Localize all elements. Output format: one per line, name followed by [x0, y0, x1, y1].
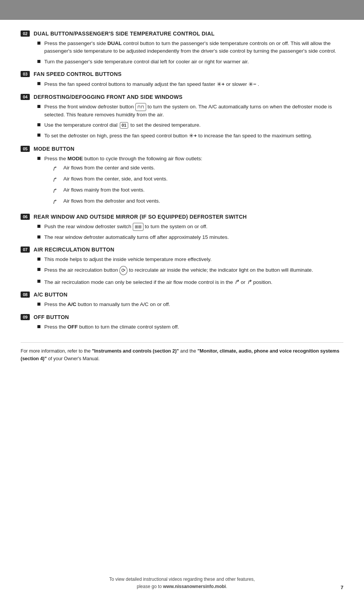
bullet-item: Press the passenger's side DUAL control …	[37, 40, 343, 55]
bullet-square	[37, 157, 40, 160]
section-09-header: 09 OFF BUTTON	[21, 314, 343, 320]
bullet-square	[37, 105, 40, 108]
bullet-square	[37, 235, 40, 238]
content: 02 DUAL BUTTON/PASSENGER'S SIDE TEMPERAT…	[0, 20, 364, 393]
top-bar	[0, 0, 364, 20]
page-number: 7	[341, 585, 343, 590]
bullet-item: This mode helps to adjust the inside veh…	[37, 256, 343, 263]
sub-bullet-item: ↱ Air flows mainly from the foot vents.	[52, 186, 343, 195]
rear-defroster-icon: ⊞⊞	[133, 223, 143, 231]
section-05-bullets: Press the MODE button to cycle through t…	[37, 155, 343, 208]
section-04-bullets: Press the front window defroster button …	[37, 103, 343, 140]
bullet-text: Press the MODE button to cycle through t…	[44, 155, 343, 208]
section-07-title: AIR RECIRCULATION BUTTON	[34, 247, 114, 253]
section-02-title: DUAL BUTTON/PASSENGER'S SIDE TEMPERATURE…	[34, 31, 214, 37]
section-02-header: 02 DUAL BUTTON/PASSENGER'S SIDE TEMPERAT…	[21, 31, 343, 37]
section-07-header: 07 AIR RECIRCULATION BUTTON	[21, 247, 343, 253]
bullet-item: Turn the passenger's side temperature co…	[37, 58, 343, 66]
section-03-num: 03	[21, 71, 30, 77]
section-08-title: A/C BUTTON	[34, 292, 68, 298]
section-04-header: 04 DEFROSTING/DEFOGGING FRONT AND SIDE W…	[21, 94, 343, 100]
bullet-item: Press the MODE button to cycle through t…	[37, 155, 343, 208]
footer-note-text: For more information, refer to the "Inst…	[21, 348, 339, 361]
section-08-num: 08	[21, 292, 30, 298]
dial-01-icon: 01	[120, 122, 128, 129]
sub-bullet-text: Air flows from the center and side vents…	[63, 164, 155, 172]
recirculation-icon: ⟳	[119, 266, 127, 275]
bullet-square	[37, 280, 40, 283]
bullet-square	[37, 42, 40, 45]
bullet-text: Press the A/C button to manually turn th…	[44, 301, 343, 308]
bullet-square	[37, 268, 40, 271]
bullet-text: This mode helps to adjust the inside veh…	[44, 256, 343, 263]
bullet-square	[37, 123, 40, 126]
section-02-num: 02	[21, 31, 30, 37]
bullet-item: Press the A/C button to manually turn th…	[37, 301, 343, 308]
bullet-square	[37, 325, 40, 328]
section-06-title: REAR WINDOW AND OUTSIDE MIRROR (if so eq…	[34, 214, 247, 220]
bullet-square	[37, 225, 40, 228]
defroster-icon: ⊓⊓	[135, 103, 146, 111]
bullet-item: To set the defroster on high, press the …	[37, 132, 343, 140]
footer-line1: To view detailed instructional videos re…	[109, 577, 255, 582]
bullet-item: The air recirculation mode can only be s…	[37, 278, 343, 287]
section-03-header: 03 FAN SPEED CONTROL BUTTONS	[21, 71, 343, 77]
bullet-square	[37, 82, 40, 85]
page-footer: To view detailed instructional videos re…	[0, 576, 364, 590]
section-08: 08 A/C BUTTON Press the A/C button to ma…	[21, 292, 343, 308]
bullet-text: The rear window defroster automatically …	[44, 234, 343, 241]
sub-bullet-text: Air flows from the center, side, and foo…	[63, 175, 168, 183]
section-04-num: 04	[21, 94, 30, 100]
bullet-text: Press the passenger's side DUAL control …	[44, 40, 343, 55]
bullet-text: Turn the passenger's side temperature co…	[44, 58, 343, 66]
section-09-bullets: Press the OFF button to turn the climate…	[37, 323, 343, 331]
bullet-item: Press the air recirculation button ⟳ to …	[37, 266, 343, 275]
airflow-icon-1: ↱	[52, 164, 60, 173]
section-03-bullets: Press the fan speed control buttons to m…	[37, 80, 343, 89]
bullet-text: Push the rear window defroster switch ⊞⊞…	[44, 223, 343, 231]
mode-icon-1: ↱	[234, 279, 239, 285]
section-07-bullets: This mode helps to adjust the inside veh…	[37, 256, 343, 286]
section-05-num: 05	[21, 146, 30, 152]
bullet-text: Press the front window defroster button …	[44, 103, 343, 119]
bullet-text: Press the fan speed control buttons to m…	[44, 80, 343, 89]
section-08-header: 08 A/C BUTTON	[21, 292, 343, 298]
bullet-item: Press the fan speed control buttons to m…	[37, 80, 343, 89]
sub-bullet-item: ↱ Air flows from the defroster and foot …	[52, 197, 343, 206]
airflow-icon-4: ↱	[52, 197, 60, 206]
mode-icon-2: ↱	[247, 279, 252, 285]
sub-bullet-text: Air flows from the defroster and foot ve…	[63, 197, 160, 205]
section-03: 03 FAN SPEED CONTROL BUTTONS Press the f…	[21, 71, 343, 89]
bullet-item: Push the rear window defroster switch ⊞⊞…	[37, 223, 343, 231]
bullet-item: The rear window defroster automatically …	[37, 234, 343, 241]
footer-line2: please go to www.nissanownersinfo.mobi.	[137, 584, 227, 589]
sub-bullets: ↱ Air flows from the center and side ven…	[52, 164, 343, 206]
section-06-bullets: Push the rear window defroster switch ⊞⊞…	[37, 223, 343, 241]
bullet-item: Press the front window defroster button …	[37, 103, 343, 119]
bullet-text: Use the temperature control dial 01 to s…	[44, 121, 343, 129]
section-05-title: MODE BUTTON	[34, 146, 74, 152]
section-05-header: 05 MODE BUTTON	[21, 146, 343, 152]
section-06-num: 06	[21, 214, 30, 220]
section-08-bullets: Press the A/C button to manually turn th…	[37, 301, 343, 308]
section-05: 05 MODE BUTTON Press the MODE button to …	[21, 146, 343, 208]
sub-bullet-item: ↱ Air flows from the center, side, and f…	[52, 175, 343, 184]
airflow-icon-3: ↱	[52, 186, 60, 195]
footer-url: www.nissanownersinfo.mobi	[163, 584, 226, 589]
sub-bullet-text: Air flows mainly from the foot vents.	[63, 186, 145, 194]
bullet-item: Press the OFF button to turn the climate…	[37, 323, 343, 331]
section-09-title: OFF BUTTON	[34, 314, 69, 320]
bullet-text: To set the defroster on high, press the …	[44, 132, 343, 140]
bullet-item: Use the temperature control dial 01 to s…	[37, 121, 343, 129]
bullet-text: Press the OFF button to turn the climate…	[44, 323, 343, 331]
bullet-text: The air recirculation mode can only be s…	[44, 278, 343, 287]
section-07: 07 AIR RECIRCULATION BUTTON This mode he…	[21, 247, 343, 286]
section-06: 06 REAR WINDOW AND OUTSIDE MIRROR (if so…	[21, 214, 343, 241]
section-06-header: 06 REAR WINDOW AND OUTSIDE MIRROR (if so…	[21, 214, 343, 220]
bullet-square	[37, 258, 40, 261]
bullet-square	[37, 60, 40, 63]
airflow-icon-2: ↱	[52, 175, 60, 184]
section-03-title: FAN SPEED CONTROL BUTTONS	[34, 71, 122, 77]
bullet-square	[37, 303, 40, 306]
section-02-bullets: Press the passenger's side DUAL control …	[37, 40, 343, 66]
